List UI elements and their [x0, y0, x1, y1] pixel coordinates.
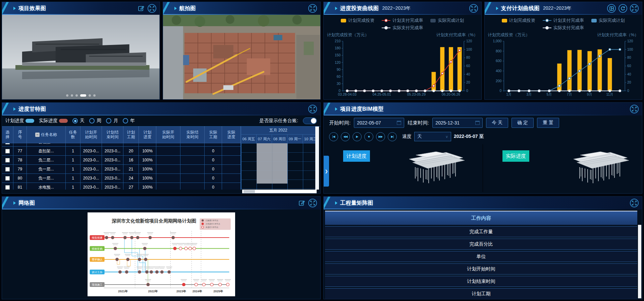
radio-circle	[106, 118, 111, 123]
timescale-radio-年[interactable]: 年	[123, 118, 135, 124]
matrix-scrollbar[interactable]	[638, 225, 641, 298]
expand-icon[interactable]	[630, 4, 639, 13]
carousel-dot[interactable]	[80, 94, 86, 97]
scrollbar-thumb[interactable]	[244, 190, 255, 193]
end-date-input[interactable]: 2025-12-31	[432, 118, 483, 128]
panel-network-header: 网络图	[2, 197, 320, 209]
title-arrow-icon	[13, 201, 16, 205]
gantt-table: 选择序号−任务名称任务数计划开始时间计划结束时间计划工期计划进度实际开始时间实际…	[2, 126, 320, 190]
right-axis-title: 计划支付完成率（%）	[597, 32, 639, 38]
fast-forward-button[interactable]: ▶▶	[376, 132, 385, 141]
legend-item[interactable]: 计划支付完成率	[543, 17, 584, 23]
svg-text:06.20-06.26: 06.20-06.26	[442, 93, 460, 96]
radio-circle	[72, 118, 78, 123]
legend-item[interactable]: 计划支付完成率	[382, 17, 423, 23]
timescale-radio-月[interactable]: 月	[106, 118, 118, 124]
bim-plan-viewport[interactable]: 计划进度	[324, 143, 483, 193]
carousel-dot[interactable]	[75, 94, 78, 97]
play-button[interactable]: ▶	[353, 132, 362, 141]
legend-item[interactable]: 实际支付完成率	[543, 25, 584, 31]
edit-icon[interactable]	[138, 5, 145, 12]
gantt-vertical-scrollbar[interactable]	[315, 127, 319, 190]
stop-button[interactable]: ■	[364, 132, 373, 141]
row-checkbox[interactable]	[5, 158, 10, 162]
gantt-cell: 78	[13, 156, 27, 165]
today-button[interactable]: 今 天	[486, 118, 508, 128]
title-arrow-icon	[335, 7, 337, 10]
svg-text:3月: 3月	[526, 93, 532, 96]
legend-item[interactable]: 实际完成计划	[430, 17, 464, 23]
row-checkbox[interactable]	[5, 185, 10, 190]
timescale-radio-周[interactable]: 周	[89, 118, 101, 124]
row-checkbox[interactable]	[5, 167, 10, 171]
expand-icon[interactable]	[308, 105, 317, 113]
speed-select[interactable]: 天 ∨	[414, 132, 451, 141]
svg-text:报批报建: 报批报建	[91, 236, 102, 239]
gantt-cell: 100%	[139, 156, 156, 165]
dashboard: 项目效果图	[0, 0, 644, 301]
radio-label: 天	[80, 118, 85, 124]
layout-icon[interactable]	[607, 4, 616, 13]
expand-icon[interactable]	[148, 4, 156, 13]
panel-title: 网络图	[18, 200, 35, 207]
gantt-column-header: 序号	[13, 127, 27, 143]
plan-progress-button[interactable]: 计划进度	[343, 150, 370, 162]
collapse-all-button[interactable]: −	[35, 133, 40, 137]
gantt-cell	[180, 174, 205, 183]
legend-item[interactable]: 计划完成投资	[502, 17, 535, 23]
panel-matrix-header: 工程量矩阵图	[324, 197, 642, 209]
actual-progress-button[interactable]: 实际进度	[502, 150, 529, 162]
expand-icon[interactable]	[308, 199, 317, 207]
carousel-dot[interactable]	[66, 94, 68, 97]
svg-text:100: 100	[466, 48, 472, 51]
title-arrow-icon	[13, 7, 16, 10]
row-checkbox[interactable]	[5, 149, 10, 153]
refresh-icon[interactable]	[619, 4, 627, 13]
gantt-cell: 2023-0...	[102, 143, 123, 147]
row-checkbox[interactable]	[5, 143, 10, 144]
legend-item[interactable]: 实际完成计划	[591, 17, 625, 23]
calendar-day-cell: 10 周二	[303, 135, 315, 143]
right-axis-title: 计划支付完成率（%）	[436, 32, 478, 38]
calendar-day-cell: 08 周日	[272, 135, 287, 143]
building-render-illustration	[2, 15, 160, 99]
start-date-input[interactable]: 2022-05-07	[354, 118, 404, 128]
svg-text:0: 0	[466, 89, 468, 93]
legend-item[interactable]: 实际支付完成率	[382, 25, 423, 31]
timescale-radio-天[interactable]: 天	[72, 118, 85, 124]
skip-end-button[interactable]: ▶|	[388, 132, 397, 141]
row-checkbox[interactable]	[5, 176, 10, 181]
expand-icon[interactable]	[630, 105, 639, 113]
bim-actual-viewport[interactable]: 实际进度	[483, 143, 642, 193]
carousel-dot[interactable]	[93, 94, 96, 97]
rewind-button[interactable]: ◀◀	[341, 132, 350, 141]
expand-icon[interactable]	[469, 4, 478, 13]
carousel-dot[interactable]	[89, 94, 91, 97]
gantt-horizontal-scrollbar[interactable]	[2, 190, 320, 193]
legend-item[interactable]: 计划完成投资	[341, 17, 374, 23]
row-select-cell	[2, 147, 13, 156]
expand-icon[interactable]	[630, 199, 639, 207]
gantt-calendar: 五月 2022 06 周五07 周六08 周日09 周一10 周二	[241, 127, 315, 190]
gantt-cell	[222, 183, 241, 190]
svg-text:40: 40	[466, 72, 470, 76]
gantt-task-row: 77盘扣架...12023-0...2023-0...20100%0	[2, 147, 241, 156]
gantt-cell: 套柱推...	[27, 143, 66, 147]
reset-button[interactable]: 重 置	[537, 118, 559, 128]
matrix-row: 计划结束时间	[325, 276, 637, 287]
gantt-cell: 100%	[139, 143, 156, 147]
svg-text:招标采购: 招标采购	[91, 247, 102, 250]
confirm-button[interactable]: 确 定	[512, 118, 534, 128]
chevron-down-icon: ∨	[445, 135, 448, 139]
svg-text:20: 20	[466, 81, 470, 85]
carousel-dot[interactable]	[71, 94, 73, 97]
gantt-cell: 20	[123, 147, 139, 156]
title-arrow-icon	[174, 7, 177, 10]
svg-text:400: 400	[496, 69, 502, 73]
expand-icon[interactable]	[308, 4, 317, 13]
skip-start-button[interactable]: |◀	[329, 132, 338, 141]
task-ledger-toggle[interactable]	[303, 117, 317, 124]
gantt-cell	[222, 165, 241, 174]
edit-icon[interactable]	[298, 199, 306, 207]
gantt-cell: 负二层...	[27, 156, 66, 165]
